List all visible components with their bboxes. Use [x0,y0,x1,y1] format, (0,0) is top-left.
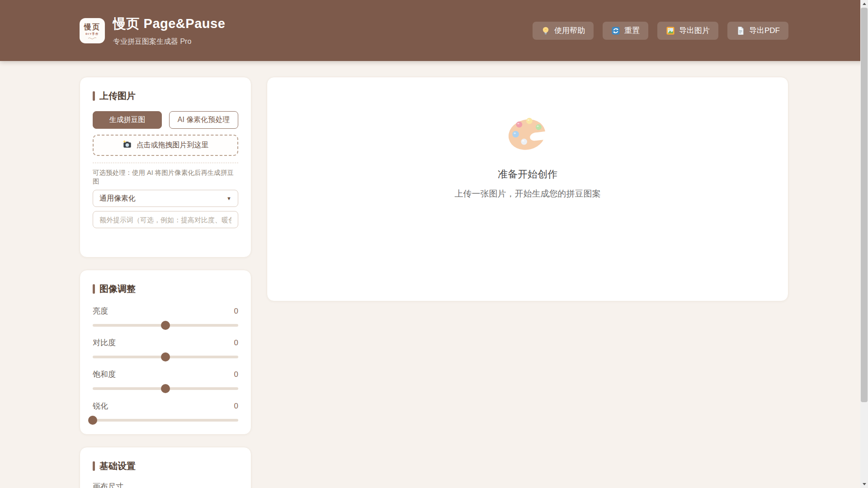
contrast-label: 对比度 [93,338,116,348]
app-logo: 慢页 DIY手作 [80,18,105,43]
brightness-slider-group: 亮度 0 [93,306,238,327]
vertical-scrollbar[interactable] [860,0,868,488]
empty-state-title: 准备开始创作 [267,168,788,181]
contrast-slider-thumb[interactable] [161,352,170,361]
adjust-section-title-text: 图像调整 [99,283,136,295]
export-image-button-label: 导出图片 [679,25,710,36]
preprocess-hint: 可选预处理：使用 AI 将图片像素化后再生成拼豆图 [93,169,238,186]
dashed-divider [93,163,238,163]
help-button-label: 使用帮助 [554,25,585,36]
section-accent-bar [93,461,95,471]
pixelate-style-select[interactable]: 通用像素化 ▼ [93,190,238,207]
pixelate-style-select-value: 通用像素化 [99,194,136,203]
app-header: 慢页 DIY手作 慢页 Page&Pause 专业拼豆图案生成器 Pro [0,0,868,61]
logo-squiggle [88,37,97,39]
header-actions: 使用帮助 重置 [533,22,788,40]
logo-subtitle: DIY手作 [85,33,99,35]
sharpen-slider-track[interactable] [93,419,238,422]
brightness-value: 0 [234,307,238,316]
brand: 慢页 DIY手作 慢页 Page&Pause 专业拼豆图案生成器 Pro [80,15,225,47]
settings-sidebar: 上传图片 生成拼豆图 AI 像素化预处理 点击或拖拽图片到这里 [80,77,251,488]
upload-section-title: 上传图片 [93,90,238,102]
basic-section-title: 基础设置 [93,460,238,472]
sharpen-value: 0 [234,402,238,411]
export-pdf-button[interactable]: 导出PDF [727,22,788,40]
dropzone-label: 点击或拖拽图片到这里 [137,141,209,150]
contrast-slider-track[interactable] [93,356,238,358]
sharpen-slider-thumb[interactable] [88,416,97,425]
sharpen-slider-group: 锐化 0 [93,401,238,422]
section-accent-bar [93,91,95,101]
basic-section-title-text: 基础设置 [99,460,136,472]
upload-section-title-text: 上传图片 [99,90,136,102]
reset-icon [611,26,620,35]
sharpen-label: 锐化 [93,401,108,411]
export-pdf-button-label: 导出PDF [749,25,780,36]
image-dropzone[interactable]: 点击或拖拽图片到这里 [93,135,238,156]
empty-state-subtitle: 上传一张图片，开始生成您的拼豆图案 [267,188,788,200]
saturation-slider-group: 饱和度 0 [93,369,238,390]
saturation-slider-thumb[interactable] [161,384,170,393]
basic-settings-card: 基础设置 画布尺寸 [80,447,251,488]
help-button[interactable]: 使用帮助 [533,22,594,40]
extra-prompt-input[interactable] [93,211,238,228]
brightness-slider-track[interactable] [93,324,238,327]
scroll-up-arrow[interactable] [860,0,868,8]
image-adjust-card: 图像调整 亮度 0 对比度 0 [80,270,251,435]
brightness-slider-thumb[interactable] [161,321,170,330]
export-image-icon [666,26,675,35]
page-title: 慢页 Page&Pause [113,15,225,33]
contrast-value: 0 [234,338,238,347]
scroll-down-arrow[interactable] [860,480,868,488]
palette-icon [267,114,788,155]
adjust-section-title: 图像调整 [93,283,238,295]
page-subtitle: 专业拼豆图案生成器 Pro [113,37,225,47]
reset-button-label: 重置 [624,25,640,36]
upload-mode-tabs: 生成拼豆图 AI 像素化预处理 [93,111,238,129]
brand-text: 慢页 Page&Pause 专业拼豆图案生成器 Pro [113,15,225,47]
export-image-button[interactable]: 导出图片 [657,22,718,40]
chevron-down-icon: ▼ [226,196,231,201]
canvas-size-label: 画布尺寸 [93,481,238,488]
lightbulb-icon [541,26,550,35]
section-accent-bar [93,284,95,294]
saturation-value: 0 [234,370,238,379]
tab-generate-bead-pattern[interactable]: 生成拼豆图 [93,111,162,129]
saturation-label: 饱和度 [93,369,116,380]
reset-button[interactable]: 重置 [603,22,648,40]
logo-title: 慢页 [84,23,100,31]
scrollbar-thumb[interactable] [861,8,868,402]
export-pdf-icon [736,26,745,35]
saturation-slider-track[interactable] [93,387,238,390]
brightness-label: 亮度 [93,306,108,316]
upload-card: 上传图片 生成拼豆图 AI 像素化预处理 点击或拖拽图片到这里 [80,77,251,258]
contrast-slider-group: 对比度 0 [93,338,238,358]
tab-ai-pixelate-preprocess[interactable]: AI 像素化预处理 [169,111,238,129]
preview-panel: 准备开始创作 上传一张图片，开始生成您的拼豆图案 [267,77,788,301]
camera-icon [123,140,132,151]
